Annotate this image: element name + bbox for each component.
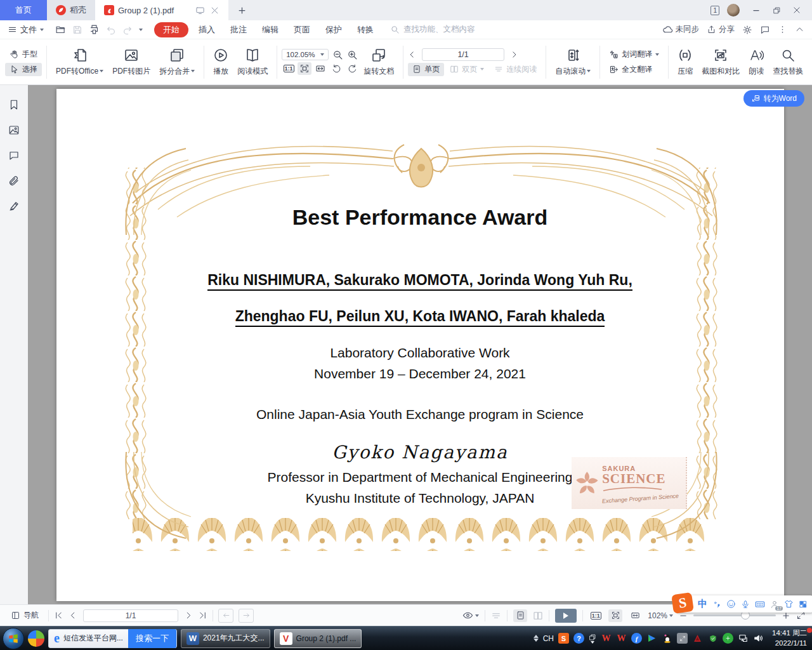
eye-protect-button[interactable] xyxy=(462,610,479,621)
tab-close-icon[interactable] xyxy=(210,6,219,15)
ime-mode-chinese[interactable]: 中 xyxy=(698,598,707,610)
slideshow-play-button[interactable] xyxy=(555,609,577,623)
menu-insert[interactable]: 插入 xyxy=(193,24,220,36)
word-translate-button[interactable]: 划词翻译 xyxy=(605,48,664,61)
history-forward-button[interactable] xyxy=(239,609,254,623)
comment-icon[interactable] xyxy=(8,150,20,161)
compress-button[interactable]: 压缩 xyxy=(673,45,697,79)
sync-status[interactable]: 未同步 xyxy=(662,24,700,35)
close-button[interactable] xyxy=(788,3,806,18)
zoom-select[interactable]: 102.05% xyxy=(282,49,328,60)
tab-document[interactable]: Group 2 (1).pdf xyxy=(95,0,228,20)
zoom-in-icon[interactable] xyxy=(347,50,358,60)
more-icon[interactable] xyxy=(778,25,787,34)
thumbnail-icon[interactable] xyxy=(8,124,20,136)
zoom-slider[interactable] xyxy=(693,614,776,616)
bookmark-icon[interactable] xyxy=(8,99,20,110)
login-level-icon[interactable]: 17 xyxy=(770,600,779,609)
restore-button[interactable] xyxy=(768,3,785,18)
quickbar-more-icon[interactable] xyxy=(139,29,143,31)
taskbar-ie-item[interactable]: e 短信发送平台网... 搜索一下 xyxy=(48,629,177,648)
rotate-ccw-button[interactable] xyxy=(329,62,343,75)
microphone-icon[interactable] xyxy=(741,600,750,609)
signature-icon[interactable] xyxy=(8,201,20,212)
navigation-toggle[interactable]: 导航 xyxy=(6,609,43,622)
hand-tool-button[interactable]: 手型 xyxy=(5,48,42,61)
shield-tray-icon[interactable] xyxy=(707,633,718,644)
volume-tray-icon[interactable] xyxy=(753,633,764,644)
taskbar-pdf-item[interactable]: V Group 2 (1).pdf ... xyxy=(274,629,362,648)
find-replace-button[interactable]: 查找替换 xyxy=(768,45,808,79)
language-indicator[interactable]: CH xyxy=(543,634,554,643)
help-tray-icon[interactable]: ? xyxy=(573,633,584,644)
rotate-cw-button[interactable] xyxy=(345,62,359,75)
gear-icon[interactable] xyxy=(742,25,752,35)
menu-start[interactable]: 开始 xyxy=(154,22,188,37)
pdf-to-office-button[interactable]: PDF转Office xyxy=(51,45,108,79)
video-tray-icon[interactable] xyxy=(646,633,657,644)
pdf-to-image-button[interactable]: PDF转图片 xyxy=(108,45,155,79)
read-mode-button[interactable]: 阅读模式 xyxy=(233,45,272,79)
minimize-button[interactable] xyxy=(747,3,765,18)
actual-size-button[interactable]: 1:1 xyxy=(282,62,296,75)
attachment-icon[interactable] xyxy=(8,175,20,187)
pinned-app-icon[interactable] xyxy=(28,630,44,647)
single-page-button[interactable] xyxy=(513,609,527,622)
share-button[interactable]: 分享 xyxy=(707,24,735,35)
taskbar-clock[interactable]: 14:41 周二 2022/1/11 xyxy=(768,628,807,648)
rotate-document-button[interactable]: 旋转文档 xyxy=(359,45,398,79)
single-page-button[interactable]: 单页 xyxy=(408,63,444,76)
menu-comment[interactable]: 批注 xyxy=(225,24,252,36)
history-back-button[interactable] xyxy=(218,609,233,623)
show-window-icon[interactable] xyxy=(589,633,596,644)
qq-tray-icon[interactable] xyxy=(662,633,672,644)
next-page-icon[interactable] xyxy=(509,50,518,59)
first-page-icon[interactable] xyxy=(54,611,63,620)
zoom-level-select[interactable]: 102% xyxy=(648,611,673,620)
actual-size-button[interactable]: 1:1 xyxy=(589,609,603,622)
next-page-icon[interactable] xyxy=(183,611,193,620)
read-aloud-button[interactable]: 朗读 xyxy=(744,45,768,79)
tab-docer[interactable]: 稻壳 xyxy=(47,0,95,20)
tab-home[interactable]: 首页 xyxy=(0,0,47,20)
collapse-ribbon-icon[interactable] xyxy=(795,25,804,34)
avatar[interactable] xyxy=(727,4,740,17)
print-icon[interactable] xyxy=(89,24,100,35)
wps-tray-icon[interactable]: W xyxy=(601,633,612,644)
window-count-badge[interactable]: 1 xyxy=(710,6,719,15)
search-input[interactable]: 查找功能、文档内容 xyxy=(390,24,475,35)
tray-scroll-arrows[interactable] xyxy=(534,635,539,642)
punctuation-icon[interactable] xyxy=(712,600,721,609)
double-page-button[interactable]: 双页 xyxy=(445,63,488,76)
continuous-read-button[interactable]: 连续阅读 xyxy=(490,63,541,76)
fit-page-button[interactable] xyxy=(608,609,622,622)
menu-edit[interactable]: 编辑 xyxy=(257,24,284,36)
full-translate-button[interactable]: 全文翻译 xyxy=(605,63,664,76)
split-merge-button[interactable]: 拆分合并 xyxy=(155,45,199,79)
tab-to-window-icon[interactable] xyxy=(195,6,205,15)
convert-to-word-button[interactable]: 转为Word xyxy=(743,90,804,107)
zoom-out-icon[interactable] xyxy=(332,50,343,60)
toolbox-icon[interactable] xyxy=(799,600,808,609)
update-tray-icon[interactable] xyxy=(723,633,733,644)
document-area[interactable]: 转为Word xyxy=(28,85,812,604)
sogou-logo[interactable]: S xyxy=(671,592,694,614)
page-indicator-input[interactable]: 1/1 xyxy=(422,48,504,61)
status-page-indicator[interactable]: 1/1 xyxy=(83,609,178,622)
previous-page-icon[interactable] xyxy=(408,50,417,59)
skin-icon[interactable] xyxy=(784,599,794,609)
fit-width-button[interactable] xyxy=(628,609,642,622)
undo-icon[interactable] xyxy=(106,25,116,35)
double-page-icon[interactable] xyxy=(533,611,543,621)
menu-page[interactable]: 页面 xyxy=(289,24,315,36)
menu-protect[interactable]: 保护 xyxy=(320,24,347,36)
last-page-icon[interactable] xyxy=(198,611,207,620)
emoji-icon[interactable] xyxy=(726,599,736,609)
gray-tray-icon[interactable] xyxy=(677,633,688,644)
menu-convert[interactable]: 转换 xyxy=(352,24,379,36)
play-button[interactable]: 播放 xyxy=(209,45,233,79)
screenshot-compare-button[interactable]: 截图和对比 xyxy=(697,45,744,79)
redo-icon[interactable] xyxy=(122,25,133,35)
flash-tray-icon[interactable]: f xyxy=(631,633,642,644)
file-menu[interactable]: 文件 xyxy=(8,24,44,36)
